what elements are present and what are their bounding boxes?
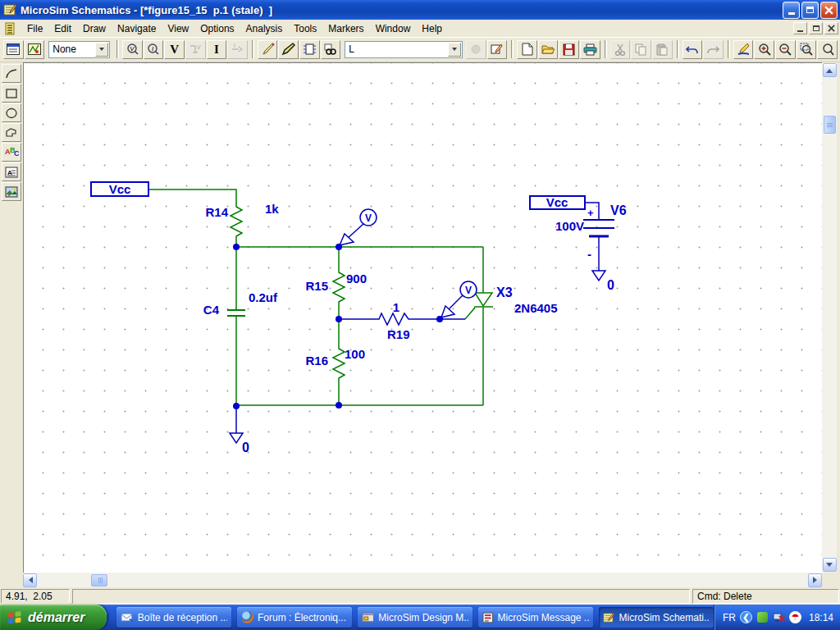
redo-icon [706, 44, 719, 55]
language-bar-collapse-icon[interactable]: ❮ [740, 611, 752, 623]
edit-symbol-button[interactable] [487, 40, 508, 59]
menu-view[interactable]: View [162, 21, 194, 37]
zoom-fit-button[interactable] [817, 40, 838, 59]
draw-bus-button[interactable] [278, 40, 299, 59]
part-combo-drop[interactable] [448, 43, 461, 57]
voltage-diff-marker-icon: V [189, 43, 202, 55]
antivirus-umbrella-icon[interactable]: ☂ [789, 611, 801, 623]
task-label: MicroSim Design M... [378, 612, 468, 623]
print-icon [583, 43, 597, 56]
draw-block-button[interactable] [299, 40, 320, 59]
taskbar-item-message-viewer[interactable]: MicroSim Message ... [478, 607, 593, 628]
autorun-combo[interactable]: None [48, 41, 110, 58]
schematic-canvas[interactable]: Vcc Vcc R14 1k R15 900 R16 100 1 R19 C4 [23, 62, 822, 573]
menu-edit[interactable]: Edit [48, 21, 77, 37]
scroll-down-button[interactable] [823, 558, 837, 572]
port-vcc-left[interactable]: Vcc [91, 182, 148, 196]
polyline-icon [5, 127, 18, 139]
ground-left-symbol[interactable] [230, 406, 243, 443]
zoom-in-button[interactable] [754, 40, 774, 59]
hscroll-track[interactable] [107, 573, 808, 587]
draw-ellipse-button[interactable] [2, 103, 21, 122]
horizontal-scrollbar[interactable] [0, 573, 840, 587]
get-part-button[interactable] [321, 40, 341, 59]
draw-polyline-button[interactable] [2, 123, 21, 142]
minimize-button[interactable] [783, 2, 800, 19]
toolbar-separator [677, 40, 679, 58]
menu-file[interactable]: File [21, 21, 48, 37]
current-probe-button[interactable]: I [144, 40, 164, 59]
taskbar-item-design-manager[interactable]: MicroSim Design M... [358, 607, 472, 628]
taskbar-item-schematics-active[interactable]: MicroSim Schemati... [599, 607, 714, 628]
schematics-app-icon [603, 612, 615, 623]
network-status-icon[interactable] [773, 611, 785, 623]
vertical-scrollbar[interactable] [822, 62, 837, 573]
draw-rectangle-button[interactable] [2, 84, 21, 103]
menu-markers[interactable]: Markers [322, 21, 369, 37]
start-button[interactable]: démarrer [0, 605, 107, 630]
mdi-restore-button[interactable] [809, 22, 823, 34]
menu-tools[interactable]: Tools [288, 21, 322, 37]
arrow-up-icon [826, 66, 833, 73]
zoom-area-button[interactable] [797, 40, 817, 59]
save-file-button[interactable] [559, 40, 579, 59]
menu-navigate[interactable]: Navigate [112, 21, 162, 37]
status-bar: 4.91, 2.05 Cmd: Delete [0, 587, 840, 605]
autorun-combo-drop[interactable] [95, 43, 108, 57]
port-vcc-right[interactable]: Vcc [530, 195, 585, 209]
schematic-page-button[interactable] [3, 40, 24, 59]
thyristor-x3-symbol[interactable] [474, 293, 493, 307]
restore-button[interactable] [801, 2, 819, 19]
draw-wire-button[interactable] [258, 40, 278, 59]
undo-button[interactable] [682, 40, 703, 59]
cut-icon [614, 43, 626, 56]
svg-text:V: V [197, 44, 201, 50]
mdi-close-button[interactable] [824, 22, 838, 34]
open-file-icon [541, 43, 555, 55]
menu-help[interactable]: Help [416, 21, 448, 37]
arrow-left-icon [25, 577, 33, 583]
zoom-out-button[interactable] [775, 40, 796, 59]
title-bar: MicroSim Schematics - [*figure15_15 p.1 … [0, 0, 840, 20]
voltage-probe-button[interactable]: V [122, 40, 143, 59]
draw-arc-button[interactable] [2, 64, 21, 83]
horizontal-scroll-thumb[interactable] [91, 574, 107, 587]
paste-button [652, 40, 673, 59]
print-button[interactable] [580, 40, 600, 59]
current-marker-button[interactable]: I [207, 40, 227, 59]
document-icon [3, 22, 16, 35]
chevron-down-icon [452, 48, 457, 53]
menu-analysis[interactable]: Analysis [240, 21, 289, 37]
thyristor-gate-wire [465, 308, 475, 319]
scroll-left-button[interactable] [23, 573, 37, 587]
vertical-scroll-thumb[interactable] [824, 116, 836, 134]
insert-picture-button[interactable] [2, 182, 21, 201]
new-file-button[interactable] [517, 40, 537, 59]
scroll-right-button[interactable] [808, 573, 822, 587]
part-combo[interactable]: L [345, 41, 463, 58]
close-button[interactable] [820, 2, 838, 19]
wire-net[interactable] [148, 189, 483, 405]
part-labels[interactable]: R14 1k R15 900 R16 100 1 R19 C4 0.2uf X3… [203, 202, 627, 454]
menu-window[interactable]: Window [370, 21, 417, 37]
paste-icon [656, 43, 669, 56]
taskbar-item-inbox[interactable]: Boîte de réception ... [116, 607, 231, 628]
scroll-up-button[interactable] [823, 63, 837, 77]
menu-draw[interactable]: Draw [77, 21, 112, 37]
chevron-down-icon [99, 48, 104, 53]
draw-text-button[interactable]: A B C [2, 143, 21, 162]
task-label: Forum : Électroniq... [258, 612, 346, 623]
symbol-editor-button[interactable] [25, 40, 45, 59]
ellipse-icon [5, 107, 18, 119]
tray-app-icon[interactable] [756, 611, 769, 623]
annotate-button[interactable] [733, 40, 754, 59]
voltage-marker-button[interactable]: V [164, 40, 185, 59]
open-file-button[interactable] [538, 40, 559, 59]
mdi-minimize-button[interactable] [793, 22, 807, 34]
menu-options[interactable]: Options [194, 21, 240, 37]
language-indicator[interactable]: FR [723, 612, 736, 623]
schematic-drawing[interactable]: Vcc Vcc R14 1k R15 900 R16 100 1 R19 C4 [24, 63, 822, 573]
windows-logo-icon [7, 609, 23, 626]
text-box-button[interactable]: A [2, 162, 21, 181]
taskbar-item-browser[interactable]: Forum : Électroniq... [237, 607, 352, 628]
